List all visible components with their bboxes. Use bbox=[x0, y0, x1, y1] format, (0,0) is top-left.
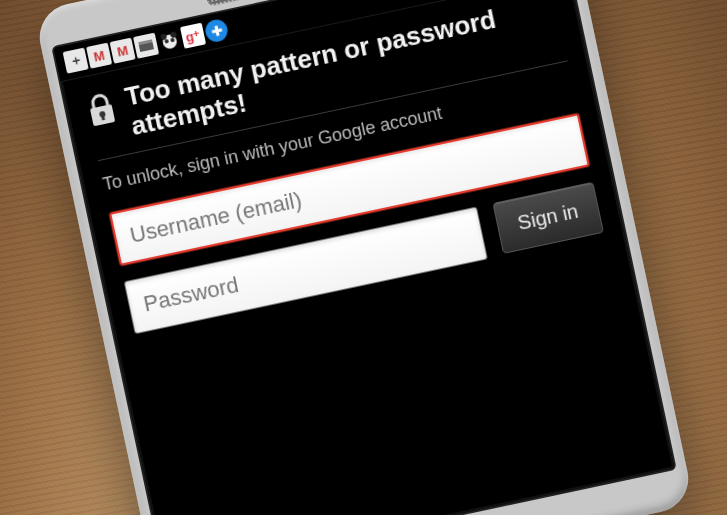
phone-wrapper: ＋ M M g⁺ ✚ bbox=[33, 0, 694, 515]
signin-label: Sign in bbox=[515, 200, 580, 235]
username-placeholder: Username (email) bbox=[127, 186, 303, 248]
panda-icon bbox=[156, 27, 182, 53]
sync-icon: ✚ bbox=[203, 17, 229, 43]
card-icon bbox=[133, 32, 159, 58]
lock-icon bbox=[84, 89, 118, 128]
gmail-icon: M bbox=[109, 37, 135, 63]
signin-button[interactable]: Sign in bbox=[492, 181, 604, 253]
plus-icon: ＋ bbox=[62, 47, 88, 73]
svg-point-3 bbox=[160, 33, 167, 40]
phone-chassis: ＋ M M g⁺ ✚ bbox=[33, 0, 694, 515]
google-plus-icon: g⁺ bbox=[179, 22, 205, 48]
password-placeholder: Password bbox=[141, 271, 241, 317]
gmail-icon: M bbox=[86, 42, 112, 68]
phone-screen: ＋ M M g⁺ ✚ bbox=[53, 0, 674, 515]
